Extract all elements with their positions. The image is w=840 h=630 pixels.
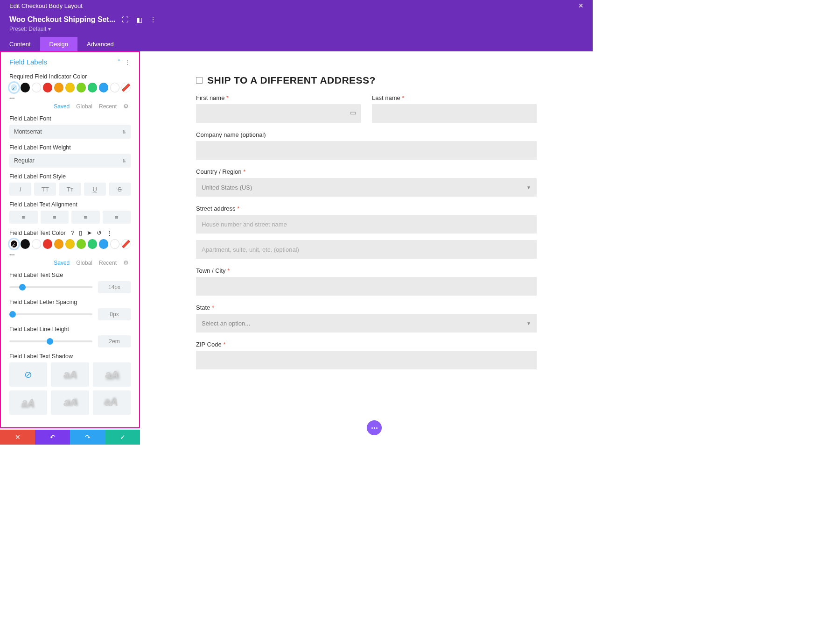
tab-design[interactable]: Design (40, 37, 77, 51)
last-name-input[interactable] (372, 104, 537, 123)
fab-button[interactable] (367, 420, 382, 435)
style-uppercase-button[interactable]: TT (34, 183, 56, 196)
expand-icon[interactable]: ⛶ (121, 15, 129, 24)
zip-input[interactable] (196, 351, 537, 369)
text-size-value[interactable]: 14px (98, 281, 131, 293)
swatch-black[interactable] (21, 239, 30, 249)
palette-settings-icon[interactable]: ⚙ (123, 103, 129, 110)
swatch-red[interactable] (43, 239, 52, 249)
swatch-transparent[interactable] (121, 239, 131, 249)
more-swatches-icon[interactable]: ••• (9, 251, 131, 258)
reset-icon[interactable]: ↺ (97, 229, 102, 236)
no-icon: ⊘ (24, 369, 32, 380)
style-underline-button[interactable]: U (84, 183, 106, 196)
autofill-icon[interactable]: ▭ (350, 109, 356, 116)
swatch-white[interactable] (32, 83, 41, 92)
swatch-eyedropper[interactable] (9, 83, 19, 92)
palette-tab-saved[interactable]: Saved (54, 103, 70, 110)
ship-different-checkbox[interactable] (196, 77, 203, 84)
indicator-swatches (9, 83, 131, 92)
city-input[interactable] (196, 277, 537, 296)
shadow-preset-button[interactable]: aA (9, 390, 47, 415)
swatch-green[interactable] (88, 83, 97, 92)
more-swatches-icon[interactable]: ••• (9, 94, 131, 102)
align-justify-button[interactable]: ≡ (103, 211, 131, 224)
swatch-yellow[interactable] (65, 83, 75, 92)
tab-content[interactable]: Content (0, 37, 40, 51)
swatch-eyedropper[interactable] (9, 239, 19, 249)
palette-settings-icon[interactable]: ⚙ (123, 259, 129, 266)
style-smallcaps-button[interactable]: Tт (59, 183, 81, 196)
swatch-transparent[interactable] (121, 83, 131, 92)
save-button[interactable]: ✓ (105, 430, 140, 445)
palette-tab-recent[interactable]: Recent (99, 103, 117, 110)
line-height-slider[interactable] (9, 340, 92, 342)
font-select[interactable]: Montserrat⇅ (9, 125, 131, 139)
tab-advanced[interactable]: Advanced (77, 37, 123, 51)
hover-icon[interactable]: ➤ (87, 229, 92, 236)
text-size-slider[interactable] (9, 286, 92, 288)
palette-tab-recent[interactable]: Recent (99, 260, 117, 266)
shadow-none-button[interactable]: ⊘ (9, 362, 47, 387)
country-select[interactable]: United States (US)▼ (196, 178, 537, 197)
style-italic-button[interactable]: I (9, 183, 31, 196)
label-font: Field Label Font (9, 115, 131, 122)
swatch-empty[interactable] (110, 239, 119, 249)
cancel-button[interactable]: ✕ (0, 430, 35, 445)
swatch-lime[interactable] (77, 239, 86, 249)
chevron-up-icon[interactable]: ˄ (118, 59, 120, 65)
palette-tab-saved[interactable]: Saved (54, 260, 70, 266)
street-label: Street address * (196, 205, 537, 212)
select-arrows-icon: ⇅ (122, 129, 126, 134)
first-name-input[interactable] (196, 104, 361, 123)
undo-button[interactable]: ↶ (35, 430, 70, 445)
align-right-button[interactable]: ≡ (71, 211, 100, 224)
label-style: Field Label Font Style (9, 173, 131, 180)
align-left-button[interactable]: ≡ (9, 211, 38, 224)
shadow-preset-button[interactable]: aA (93, 362, 131, 387)
style-strike-button[interactable]: S (109, 183, 131, 196)
swatch-yellow[interactable] (65, 239, 75, 249)
company-input[interactable] (196, 141, 537, 160)
shadow-preset-button[interactable]: aA (93, 390, 131, 415)
street-address-1-input[interactable] (196, 215, 537, 234)
swatch-green[interactable] (88, 239, 97, 249)
preset-dropdown[interactable]: Preset: Default ▾ (9, 26, 583, 32)
header: Woo Checkout Shipping Set... ⛶ ◧ ⋮ Prese… (0, 12, 593, 37)
swatch-blue[interactable] (99, 239, 108, 249)
label-alignment: Field Label Text Alignment (9, 201, 131, 208)
shadow-preset-button[interactable]: aA (51, 390, 89, 415)
letter-spacing-slider[interactable] (9, 313, 92, 315)
mobile-icon[interactable]: ▯ (79, 229, 82, 236)
panel-icon[interactable]: ◧ (135, 15, 143, 24)
state-label: State * (196, 304, 537, 311)
help-icon[interactable]: ? (71, 229, 74, 236)
field-more-icon[interactable]: ⋮ (106, 229, 112, 236)
letter-spacing-value[interactable]: 0px (98, 308, 131, 320)
swatch-black[interactable] (21, 83, 30, 92)
swatch-orange[interactable] (54, 239, 63, 249)
line-height-value[interactable]: 2em (98, 335, 131, 347)
label-text-size: Field Label Text Size (9, 272, 131, 278)
section-more-icon[interactable]: ⋮ (124, 58, 131, 66)
palette-tab-global[interactable]: Global (76, 103, 92, 110)
swatch-empty[interactable] (110, 83, 119, 92)
palette-tab-global[interactable]: Global (76, 260, 92, 266)
swatch-red[interactable] (43, 83, 52, 92)
settings-sidebar: Field Labels ˄ ⋮ Required Field Indicato… (0, 51, 140, 428)
swatch-white[interactable] (32, 239, 41, 249)
swatch-lime[interactable] (77, 83, 86, 92)
action-bar: ✕ ↶ ↷ ✓ (0, 430, 140, 445)
weight-select[interactable]: Regular⇅ (9, 154, 131, 168)
top-bar: Edit Checkout Body Layout × (0, 0, 593, 12)
more-icon[interactable]: ⋮ (149, 15, 157, 24)
align-center-button[interactable]: ≡ (41, 211, 69, 224)
chevron-down-icon: ▾ (48, 26, 51, 32)
close-icon[interactable]: × (578, 1, 583, 11)
shadow-preset-button[interactable]: aA (51, 362, 89, 387)
street-address-2-input[interactable] (196, 240, 537, 259)
state-select[interactable]: Select an option...▼ (196, 314, 537, 333)
swatch-orange[interactable] (54, 83, 63, 92)
swatch-blue[interactable] (99, 83, 108, 92)
redo-button[interactable]: ↷ (70, 430, 105, 445)
